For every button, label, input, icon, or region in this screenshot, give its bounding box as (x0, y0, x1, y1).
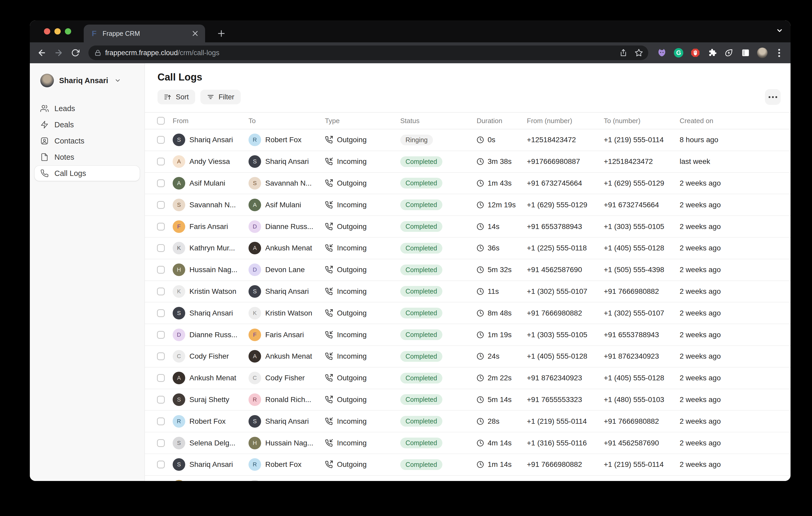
table-row[interactable]: HHussain Nag...DDevon LaneOutgoingComple… (145, 259, 790, 281)
browser-menu-icon[interactable] (774, 48, 784, 58)
type-label: Incoming (337, 417, 367, 426)
row-checkbox[interactable] (157, 244, 165, 252)
table-row[interactable]: RRobert FoxSShariq AnsariIncomingComplet… (145, 411, 790, 432)
minimize-window-button[interactable] (54, 28, 61, 34)
clock-icon (476, 396, 484, 403)
forward-button[interactable] (52, 46, 65, 60)
user-menu[interactable]: Shariq Ansari (38, 73, 138, 88)
sidebar-item-contacts[interactable]: Contacts (34, 133, 140, 149)
reload-button[interactable] (68, 46, 82, 60)
row-checkbox[interactable] (157, 352, 165, 360)
row-checkbox[interactable] (157, 179, 165, 187)
status-badge: Completed (400, 286, 442, 297)
table-row[interactable]: FFaris AnsariDDianne Russ...OutgoingComp… (145, 216, 790, 238)
row-checkbox[interactable] (157, 439, 165, 447)
github-extension-icon[interactable] (657, 48, 667, 58)
from-name: Shariq Ansari (190, 460, 233, 469)
sidebar-item-call-logs[interactable]: Call Logs (34, 166, 140, 181)
back-button[interactable] (35, 46, 49, 60)
type-label: Outgoing (337, 309, 367, 317)
row-checkbox[interactable] (157, 201, 165, 209)
duration-value: 11s (488, 287, 499, 296)
created-on: 2 weeks ago (679, 374, 790, 382)
table-row[interactable]: CCody FisherAAnkush MenatIncomingComplet… (145, 346, 790, 367)
table-row[interactable]: SShariq AnsariRRobert FoxOutgoingComplet… (145, 454, 790, 476)
duration-value: 4m 14s (488, 439, 512, 447)
row-checkbox[interactable] (157, 287, 165, 295)
table-row[interactable]: KKathryn Mur...AAnkush MenatIncomingComp… (145, 238, 790, 259)
row-checkbox[interactable] (157, 418, 165, 425)
address-bar[interactable]: frappecrm.frappe.cloud/crm/call-logs (88, 45, 648, 60)
from-cell: KKathryn Mur... (173, 242, 249, 254)
more-options-button[interactable] (765, 89, 781, 105)
table-row[interactable]: DDianne Russ...FFaris AnsariIncomingComp… (145, 324, 790, 346)
to-cell: RRonald Rich... (249, 393, 325, 406)
duration-cell: 24s (476, 352, 527, 361)
sidebar-item-deals[interactable]: Deals (34, 117, 140, 132)
duration-value: 0s (488, 136, 495, 144)
user-name: Shariq Ansari (59, 76, 108, 85)
close-window-button[interactable] (44, 28, 50, 34)
phone-outgoing-icon (325, 223, 333, 231)
browser-profile-avatar[interactable] (757, 48, 767, 58)
created-on: 2 weeks ago (679, 266, 790, 274)
sidebar-item-notes[interactable]: Notes (34, 150, 140, 165)
sidebar-item-leads[interactable]: Leads (34, 101, 140, 116)
extensions-puzzle-icon[interactable] (707, 48, 717, 58)
status-badge: Completed (400, 308, 442, 318)
row-checkbox[interactable] (157, 136, 165, 144)
type-label: Incoming (337, 157, 367, 166)
table-header: From To Type Status Duration From (numbe… (145, 112, 790, 129)
table-row[interactable]: SSuraj ShettyRRonald Rich...OutgoingComp… (145, 389, 790, 411)
to-number: +12518423472 (604, 157, 679, 166)
grammarly-extension-icon[interactable]: G (673, 48, 684, 58)
table-row[interactable]: SShariq AnsariKKristin WatsonOutgoingCom… (145, 302, 790, 324)
row-checkbox[interactable] (157, 374, 165, 382)
to-name: Ankush Menat (265, 352, 312, 361)
filter-label: Filter (219, 93, 234, 101)
to-cell: AAnkush Menat (249, 242, 325, 254)
table-row[interactable]: SSelena Delg...HHussain Nag...IncomingCo… (145, 432, 790, 454)
status-badge: Completed (400, 351, 442, 362)
row-checkbox[interactable] (157, 223, 165, 231)
table-row[interactable]: AAndy ViessaSShariq AnsariIncomingComple… (145, 151, 790, 173)
adblock-extension-icon[interactable] (690, 48, 701, 58)
from-avatar: D (173, 329, 185, 341)
row-checkbox[interactable] (157, 266, 165, 274)
leaf-bolt-extension-icon[interactable] (724, 48, 734, 58)
lock-icon[interactable] (95, 50, 101, 56)
filter-button[interactable]: Filter (200, 90, 241, 104)
to-name: Ankush Menat (265, 244, 312, 252)
to-avatar: K (249, 307, 261, 320)
from-avatar: K (173, 242, 185, 254)
browser-tab[interactable]: F Frappe CRM (84, 25, 205, 42)
status-badge: Completed (400, 437, 442, 448)
row-checkbox[interactable] (157, 461, 165, 468)
table-row-partial[interactable] (145, 476, 790, 481)
table-row[interactable]: SSavannah N...AAsif MulaniIncomingComple… (145, 194, 790, 216)
select-all-checkbox[interactable] (157, 117, 165, 125)
new-tab-button[interactable] (214, 26, 229, 41)
table-row[interactable]: SShariq AnsariRRobert FoxOutgoingRinging… (145, 129, 790, 151)
type-label: Outgoing (337, 460, 367, 469)
share-icon[interactable] (619, 49, 627, 57)
row-checkbox[interactable] (157, 309, 165, 317)
type-cell: Outgoing (325, 136, 400, 144)
zoom-window-button[interactable] (65, 28, 71, 34)
from-number: +91 7655553323 (527, 395, 604, 404)
table-row[interactable]: KKristin WatsonSShariq AnsariIncomingCom… (145, 281, 790, 303)
row-checkbox[interactable] (157, 331, 165, 339)
tab-close-icon[interactable] (191, 29, 200, 38)
sidebar-toggle-extension-icon[interactable] (740, 48, 751, 58)
tab-search-chevron-icon[interactable] (776, 27, 783, 36)
bookmark-star-icon[interactable] (635, 49, 643, 57)
phone-outgoing-icon (325, 461, 333, 468)
to-avatar: C (249, 372, 261, 384)
created-on: 2 weeks ago (679, 287, 790, 296)
row-checkbox[interactable] (157, 396, 165, 403)
table-row[interactable]: AAsif MulaniSSavannah N...OutgoingComple… (145, 173, 790, 194)
to-number: +91 7666980882 (604, 417, 679, 426)
row-checkbox[interactable] (157, 158, 165, 165)
sort-button[interactable]: Sort (157, 90, 195, 104)
table-row[interactable]: AAnkush MenatCCody FisherOutgoingComplet… (145, 367, 790, 389)
